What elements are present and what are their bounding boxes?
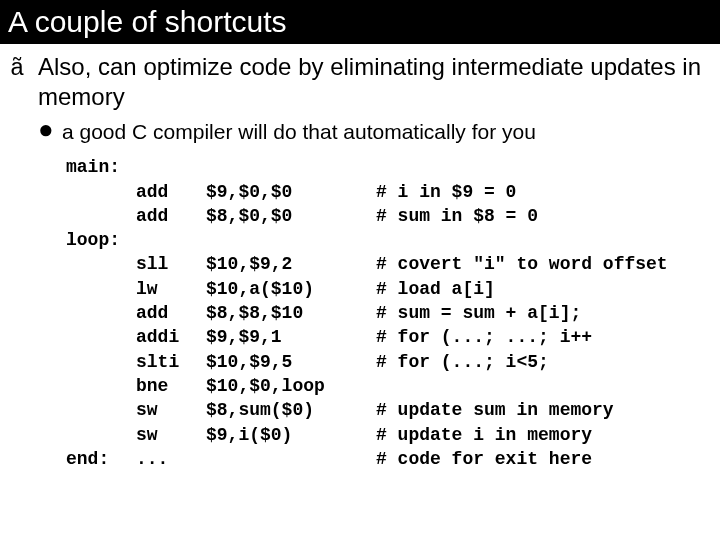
- code-op: add: [136, 204, 206, 228]
- code-args: [206, 155, 376, 179]
- code-comment: # covert "i" to word offset: [376, 252, 702, 276]
- code-args: $10,$9,5: [206, 350, 376, 374]
- code-line: add$8,$0,$0# sum in $8 = 0: [66, 204, 702, 228]
- code-args: $8,$0,$0: [206, 204, 376, 228]
- code-args: $8,$8,$10: [206, 301, 376, 325]
- code-op: bne: [136, 374, 206, 398]
- code-comment: # update i in memory: [376, 423, 702, 447]
- code-op: [136, 155, 206, 179]
- code-op: slti: [136, 350, 206, 374]
- code-line: sw$8,sum($0)# update sum in memory: [66, 398, 702, 422]
- code-args: $9,$0,$0: [206, 180, 376, 204]
- bullet2-marker: ●: [38, 118, 62, 140]
- code-line: main:: [66, 155, 702, 179]
- code-label: [66, 252, 136, 276]
- code-label: [66, 398, 136, 422]
- slide-title: A couple of shortcuts: [0, 0, 720, 44]
- code-label: [66, 350, 136, 374]
- bullet-level-2: ● a good C compiler will do that automat…: [38, 118, 702, 145]
- code-line: add$8,$8,$10# sum = sum + a[i];: [66, 301, 702, 325]
- code-args: $10,$0,loop: [206, 374, 376, 398]
- code-label: [66, 374, 136, 398]
- slide-body: ã Also, can optimize code by eliminating…: [0, 44, 720, 471]
- slide: A couple of shortcuts ã Also, can optimi…: [0, 0, 720, 540]
- code-op: addi: [136, 325, 206, 349]
- code-op: lw: [136, 277, 206, 301]
- code-op: add: [136, 180, 206, 204]
- bullet2-text: a good C compiler will do that automatic…: [62, 118, 536, 145]
- code-op: [136, 228, 206, 252]
- code-label: loop:: [66, 228, 136, 252]
- code-args: $8,sum($0): [206, 398, 376, 422]
- code-label: [66, 325, 136, 349]
- code-line: add$9,$0,$0# i in $9 = 0: [66, 180, 702, 204]
- code-comment: # i in $9 = 0: [376, 180, 702, 204]
- code-args: [206, 228, 376, 252]
- code-comment: # sum in $8 = 0: [376, 204, 702, 228]
- code-comment: # update sum in memory: [376, 398, 702, 422]
- code-args: $10,a($10): [206, 277, 376, 301]
- code-label: [66, 204, 136, 228]
- code-label: [66, 301, 136, 325]
- code-op: add: [136, 301, 206, 325]
- code-op: sw: [136, 423, 206, 447]
- code-args: $10,$9,2: [206, 252, 376, 276]
- code-label: [66, 180, 136, 204]
- code-comment: [376, 374, 702, 398]
- code-args: $9,$9,1: [206, 325, 376, 349]
- bullet1-marker: ã: [10, 52, 38, 84]
- code-line: lw$10,a($10)# load a[i]: [66, 277, 702, 301]
- code-line: sll$10,$9,2# covert "i" to word offset: [66, 252, 702, 276]
- code-args: $9,i($0): [206, 423, 376, 447]
- code-comment: # for (...; i<5;: [376, 350, 702, 374]
- code-label: end:: [66, 447, 136, 471]
- bullet-level-1: ã Also, can optimize code by eliminating…: [10, 52, 702, 112]
- code-op: sll: [136, 252, 206, 276]
- code-line: end:...# code for exit here: [66, 447, 702, 471]
- code-comment: # load a[i]: [376, 277, 702, 301]
- bullet1-text: Also, can optimize code by eliminating i…: [38, 52, 702, 112]
- code-label: [66, 423, 136, 447]
- code-op: sw: [136, 398, 206, 422]
- code-line: sw$9,i($0)# update i in memory: [66, 423, 702, 447]
- code-line: loop:: [66, 228, 702, 252]
- code-label: [66, 277, 136, 301]
- code-comment: [376, 228, 702, 252]
- code-args: [206, 447, 376, 471]
- code-comment: [376, 155, 702, 179]
- code-comment: # sum = sum + a[i];: [376, 301, 702, 325]
- code-op: ...: [136, 447, 206, 471]
- code-line: bne$10,$0,loop: [66, 374, 702, 398]
- code-block: main:add$9,$0,$0# i in $9 = 0add$8,$0,$0…: [66, 155, 702, 471]
- code-comment: # for (...; ...; i++: [376, 325, 702, 349]
- code-line: addi$9,$9,1# for (...; ...; i++: [66, 325, 702, 349]
- code-comment: # code for exit here: [376, 447, 702, 471]
- code-line: slti$10,$9,5# for (...; i<5;: [66, 350, 702, 374]
- code-label: main:: [66, 155, 136, 179]
